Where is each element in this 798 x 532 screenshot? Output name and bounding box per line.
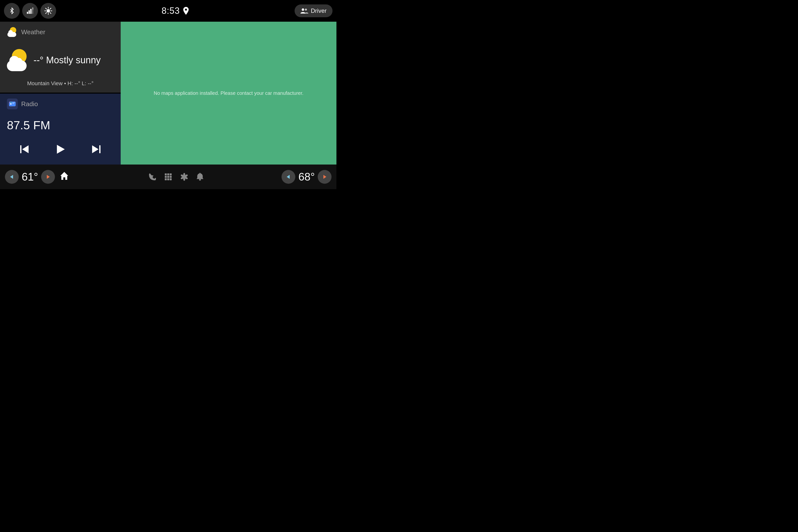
left-panel: Weather --° Mostly sunny Mountain View •…	[0, 22, 121, 165]
svg-rect-28	[20, 145, 21, 153]
no-maps-message: No maps application installed. Please co…	[154, 90, 303, 96]
svg-point-15	[302, 8, 304, 11]
weather-card-title: Weather	[21, 28, 45, 36]
svg-point-5	[46, 9, 50, 13]
svg-line-12	[50, 8, 51, 9]
svg-line-10	[45, 8, 46, 9]
temp-up-left-button[interactable]	[41, 170, 55, 184]
svg-marker-29	[22, 145, 28, 153]
main-content: Weather --° Mostly sunny Mountain View •…	[0, 22, 337, 165]
play-button[interactable]	[52, 143, 69, 158]
bluetooth-button[interactable]	[4, 3, 20, 19]
weather-icon-large	[7, 49, 29, 71]
svg-rect-44	[170, 178, 172, 180]
svg-point-26	[93, 127, 102, 133]
bottom-left-controls: 61°	[5, 170, 71, 184]
small-cloud	[7, 32, 16, 37]
skip-forward-button[interactable]	[88, 143, 104, 157]
skip-back-button[interactable]	[16, 143, 33, 157]
svg-point-21	[10, 102, 10, 103]
radio-content: 87.5 FM	[7, 112, 114, 139]
svg-rect-36	[165, 173, 167, 175]
driver-label: Driver	[311, 7, 327, 14]
svg-marker-35	[60, 172, 68, 180]
svg-marker-33	[10, 175, 13, 179]
status-right: Driver	[294, 4, 332, 17]
svg-rect-37	[167, 173, 169, 175]
svg-rect-19	[12, 102, 15, 103]
weather-card[interactable]: Weather --° Mostly sunny Mountain View •…	[0, 22, 121, 93]
svg-line-13	[45, 13, 46, 14]
weather-main-row: --° Mostly sunny	[7, 49, 114, 71]
radio-controls	[7, 141, 114, 159]
svg-rect-20	[12, 103, 14, 104]
bottom-bar: 61°	[0, 165, 337, 189]
temp-up-right-button[interactable]	[318, 170, 331, 184]
svg-rect-40	[167, 176, 169, 178]
music-note-area	[55, 112, 114, 139]
svg-marker-32	[92, 145, 98, 153]
svg-marker-53	[287, 175, 290, 179]
svg-rect-39	[165, 176, 167, 178]
radio-title-icon	[7, 98, 18, 109]
svg-marker-54	[323, 175, 326, 179]
brightness-button[interactable]	[40, 3, 56, 19]
right-temp-display: 68°	[298, 171, 315, 183]
clock-display: 8:53	[162, 6, 180, 16]
bottom-right-controls: 68°	[282, 170, 331, 184]
weather-temp-desc: --° Mostly sunny	[34, 55, 101, 65]
svg-rect-1	[28, 10, 30, 14]
left-temp-display: 61°	[22, 171, 38, 183]
svg-point-14	[185, 8, 187, 11]
radio-station: 87.5 FM	[7, 118, 50, 132]
svg-rect-43	[167, 178, 169, 180]
cloud-body	[7, 60, 26, 71]
svg-rect-0	[27, 12, 28, 14]
phone-button[interactable]	[149, 173, 156, 181]
svg-line-11	[50, 13, 51, 14]
home-button[interactable]	[58, 171, 71, 183]
svg-point-27	[101, 125, 108, 130]
svg-marker-34	[47, 175, 50, 179]
svg-point-16	[305, 8, 307, 11]
people-icon	[301, 8, 308, 14]
svg-rect-31	[99, 145, 100, 153]
bottom-center-icons	[149, 173, 204, 181]
bell-button[interactable]	[196, 173, 204, 181]
driver-button[interactable]: Driver	[294, 4, 332, 17]
radio-title-row: Radio	[7, 98, 114, 109]
temp-down-right-button[interactable]	[282, 170, 295, 184]
signal-button[interactable]: !	[22, 3, 38, 19]
radio-card[interactable]: Radio 87.5 FM	[0, 94, 121, 165]
temp-down-left-button[interactable]	[5, 170, 19, 184]
svg-point-18	[10, 103, 12, 105]
svg-rect-42	[165, 178, 167, 180]
svg-point-22	[11, 102, 12, 103]
status-left-icons: !	[4, 3, 56, 19]
svg-rect-38	[170, 173, 172, 175]
weather-description: --° Mostly sunny	[34, 55, 101, 65]
svg-text:!: !	[33, 7, 34, 11]
weather-title-icon	[7, 26, 18, 37]
svg-rect-2	[30, 9, 32, 14]
svg-point-52	[199, 179, 201, 180]
status-bar: ! 8:53	[0, 0, 337, 22]
map-panel[interactable]: No maps application installed. Please co…	[121, 22, 337, 165]
svg-marker-30	[57, 145, 65, 154]
svg-rect-25	[99, 112, 106, 115]
svg-rect-41	[170, 176, 172, 178]
weather-location: Mountain View • H: --° L: --°	[7, 80, 114, 88]
weather-title-row: Weather	[7, 26, 114, 37]
location-icon	[183, 7, 189, 15]
small-weather-icon	[7, 27, 17, 37]
fan-button[interactable]	[180, 173, 188, 181]
grid-button[interactable]	[164, 173, 172, 181]
radio-card-title: Radio	[21, 100, 38, 108]
status-center: 8:53	[162, 6, 189, 16]
